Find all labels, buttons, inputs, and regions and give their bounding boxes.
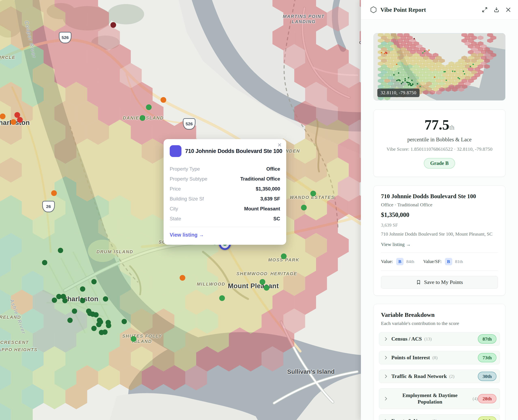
chevron-right-icon — [383, 336, 388, 342]
view-listing-link[interactable]: View listing → — [381, 242, 411, 247]
highway-shield: 26 — [42, 201, 55, 212]
value-sf-grade-badge: B — [445, 258, 452, 265]
breakdown-row[interactable]: Census / ACS(13)87th — [379, 332, 500, 346]
listing-dot[interactable] — [140, 115, 145, 121]
listing-dot[interactable] — [93, 312, 99, 317]
breakdown-subtitle: Each variable's contribution to the scor… — [379, 321, 500, 326]
close-icon[interactable] — [505, 6, 512, 13]
score-card: 77.5th percentile in Bobbles & Lace Vibe… — [373, 109, 505, 177]
listing-dot[interactable] — [260, 279, 265, 285]
breakdown-label: Events & Venues — [391, 418, 429, 420]
listing-dot[interactable] — [106, 323, 111, 328]
panel-header: Vibe Point Report — [361, 0, 518, 20]
property-subtitle: Office · Traditional Office — [381, 202, 498, 208]
property-address: 710 Johnnie Dodds Boulevard Ste 100, Mou… — [381, 232, 498, 237]
highway-shield: 526 — [59, 32, 71, 43]
popup-field-row: Building Size Sf3,639 SF — [170, 194, 280, 204]
panel-content[interactable]: 32.8110, -79.8750 77.5th percentile in B… — [361, 33, 518, 420]
listing-dot[interactable] — [281, 254, 287, 259]
field-value: Mount Pleasant — [244, 206, 280, 212]
vibe-score-detail: Vibe Score: 1.8501110768616522 · 32.8110… — [380, 146, 499, 152]
property-size: 3,639 SF — [381, 223, 498, 228]
variable-breakdown-card: Variable Breakdown Each variable's contr… — [373, 304, 505, 420]
expand-icon[interactable] — [481, 6, 488, 13]
listing-dot[interactable] — [103, 296, 108, 302]
vibe-point-report-panel: Vibe Point Report 32.8110, -79.8750 — [361, 0, 518, 420]
property-price: $1,350,000 — [381, 211, 498, 218]
breakdown-label: Employment & Daytime Population — [390, 392, 470, 405]
listing-dot[interactable] — [58, 248, 63, 253]
listing-dot[interactable] — [301, 205, 307, 210]
listing-dot[interactable] — [51, 190, 57, 196]
field-label: Price — [170, 186, 181, 192]
popup-field-row: Price$1,350,000 — [170, 184, 280, 194]
listing-dot[interactable] — [161, 97, 166, 103]
listing-dot[interactable] — [91, 326, 97, 331]
panel-title: Vibe Point Report — [380, 7, 481, 13]
listing-dot[interactable] — [146, 104, 152, 110]
bookmark-icon — [416, 280, 421, 285]
listing-dot[interactable] — [264, 285, 269, 291]
value-sf-percentile: 81th — [455, 259, 463, 264]
listing-dot[interactable] — [102, 330, 108, 335]
breakdown-label: Census / ACS — [391, 336, 422, 342]
breakdown-row[interactable]: Events & Venues(5)50th — [379, 414, 500, 420]
field-value: Traditional Office — [240, 176, 280, 182]
close-icon[interactable]: ✕ — [277, 142, 282, 148]
breakdown-row[interactable]: Employment & Daytime Population(4)28th — [379, 388, 500, 409]
popup-field-row: CityMount Pleasant — [170, 204, 280, 214]
breakdown-row[interactable]: Points of Interest(8)73th — [379, 351, 500, 364]
breakdown-count: (13) — [424, 336, 432, 342]
download-icon[interactable] — [493, 6, 500, 13]
map-canvas[interactable]: MARTINS POINT LANDINGPHILLIPS COMMUNITYC… — [0, 0, 361, 420]
grade-badge: Grade B — [424, 158, 455, 169]
listing-dot[interactable] — [17, 117, 23, 123]
listing-dot[interactable] — [62, 298, 68, 303]
listing-dot[interactable] — [122, 319, 127, 324]
percentile-badge: 50th — [478, 416, 496, 420]
listing-dot[interactable] — [111, 22, 116, 28]
breakdown-label: Points of Interest — [391, 355, 430, 361]
value-grade-badge: B — [396, 258, 404, 265]
popup-title: 710 Johnnie Dodds Boulevard Ste 100 — [185, 148, 282, 154]
chevron-right-icon — [383, 374, 388, 379]
field-value: Office — [266, 166, 280, 172]
percentile-context: percentile in Bobbles & Lace — [380, 136, 499, 143]
value-label: Value: — [381, 259, 393, 264]
field-label: Property Type — [170, 166, 200, 172]
listing-dot[interactable] — [52, 298, 57, 303]
listing-dot[interactable] — [180, 275, 185, 281]
breakdown-count: (8) — [432, 355, 438, 360]
save-to-my-points-button[interactable]: Save to My Points — [381, 276, 498, 289]
property-title: 710 Johnnie Dodds Boulevard Ste 100 — [381, 193, 498, 200]
listing-dot[interactable] — [11, 119, 16, 125]
listing-dot[interactable] — [80, 286, 85, 292]
divider — [381, 270, 498, 271]
listing-dot[interactable] — [310, 191, 316, 196]
listing-dot[interactable] — [96, 322, 102, 327]
listing-dot[interactable] — [91, 279, 97, 284]
divider — [170, 227, 280, 227]
listing-dot[interactable] — [131, 336, 136, 342]
popup-field-row: Property TypeOffice — [170, 164, 280, 174]
listing-popup: ✕ 710 Johnnie Dodds Boulevard Ste 100 Pr… — [164, 139, 286, 245]
view-listing-link[interactable]: View listing → — [170, 232, 204, 238]
listing-dot[interactable] — [80, 298, 85, 303]
listing-dot[interactable] — [219, 295, 225, 301]
listing-dot[interactable] — [42, 260, 47, 265]
field-label: Property Subtype — [170, 176, 207, 182]
field-value: 3,639 SF — [260, 196, 280, 202]
listing-dot[interactable] — [67, 318, 73, 323]
breakdown-row[interactable]: Traffic & Road Network(2)30th — [379, 370, 500, 383]
field-label: City — [170, 206, 178, 212]
breakdown-title: Variable Breakdown — [379, 311, 500, 318]
listing-dot[interactable] — [0, 113, 6, 119]
property-card: 710 Johnnie Dodds Boulevard Ste 100 Offi… — [373, 185, 505, 296]
percentile-badge: 87th — [478, 334, 496, 344]
coordinates-badge: 32.8110, -79.8750 — [377, 89, 420, 97]
breakdown-label: Traffic & Road Network — [391, 373, 447, 379]
field-value: $1,350,000 — [256, 186, 280, 192]
popup-field-row: Property SubtypeTraditional Office — [170, 174, 280, 184]
listing-dot[interactable] — [72, 308, 77, 314]
minimap[interactable]: 32.8110, -79.8750 — [373, 33, 505, 101]
